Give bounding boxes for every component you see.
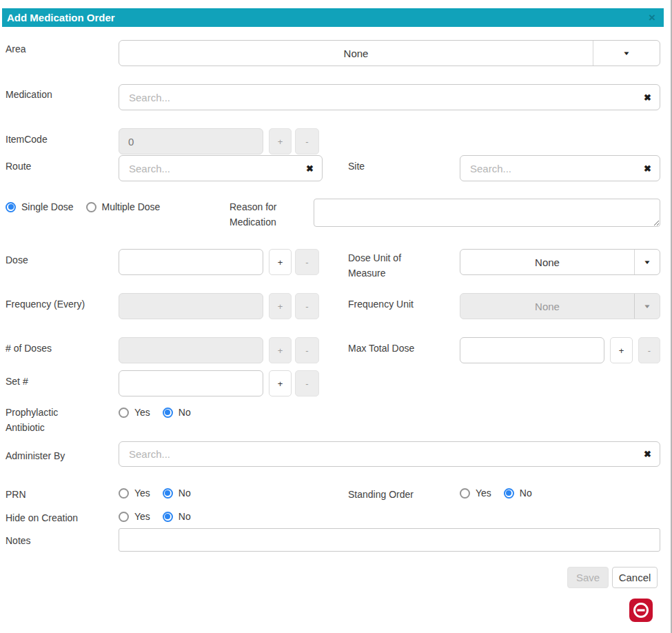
reason-for-medication-label: Reason for Medication xyxy=(230,199,295,230)
prophylactic-yes-label: Yes xyxy=(134,407,150,418)
max-total-dose-label: Max Total Dose xyxy=(348,341,414,356)
route-label: Route xyxy=(6,159,31,174)
num-doses-label: # of Doses xyxy=(6,341,52,356)
cancel-button[interactable]: Cancel xyxy=(612,567,658,588)
prn-yes-label: Yes xyxy=(134,488,150,499)
hide-on-creation-radio-group: Yes No xyxy=(119,510,191,523)
dose-type-radio-group: Single Dose Multiple Dose xyxy=(6,201,160,213)
chevron-down-icon: ▼ xyxy=(643,259,651,265)
radio-unselected-icon xyxy=(119,512,129,522)
num-doses-decrement-button: - xyxy=(295,337,319,363)
area-label: Area xyxy=(6,41,26,57)
close-icon[interactable]: × xyxy=(649,12,664,23)
dose-unit-selected-value: None xyxy=(460,250,634,274)
standing-order-no-radio[interactable]: No xyxy=(504,488,532,499)
itemcode-decrement-button: - xyxy=(295,128,319,154)
dose-input[interactable] xyxy=(119,249,263,275)
dialog-title: Add Medication Order xyxy=(2,12,115,23)
prn-radio-group: Yes No xyxy=(119,487,191,499)
standing-order-radio-group: Yes No xyxy=(460,487,532,499)
radio-selected-icon xyxy=(163,512,173,522)
hide-on-creation-no-radio[interactable]: No xyxy=(163,511,191,522)
frequency-unit-selected-value: None xyxy=(460,294,634,319)
standing-order-yes-label: Yes xyxy=(476,488,491,499)
route-clear-icon[interactable]: ✖ xyxy=(298,163,322,174)
medication-clear-icon[interactable]: ✖ xyxy=(635,92,660,103)
area-caret-button[interactable]: ▼ xyxy=(593,41,660,66)
multiple-dose-radio[interactable]: Multiple Dose xyxy=(86,201,161,212)
prophylactic-antibiotic-label: Prophylactic Antibiotic xyxy=(6,405,74,435)
blocked-minus-icon[interactable] xyxy=(629,599,653,622)
add-medication-order-dialog: Add Medication Order × Area None ▼ Medic… xyxy=(0,0,672,633)
hide-on-creation-no-label: No xyxy=(179,511,191,522)
site-clear-icon[interactable]: ✖ xyxy=(635,163,660,174)
frequency-unit-caret-button: ▼ xyxy=(634,294,660,319)
administer-by-search: ✖ xyxy=(119,441,660,467)
radio-unselected-icon xyxy=(460,488,470,499)
dose-unit-select[interactable]: None ▼ xyxy=(460,249,660,275)
prophylactic-no-radio[interactable]: No xyxy=(163,407,191,418)
save-button[interactable]: Save xyxy=(567,567,609,588)
set-number-increment-button[interactable]: + xyxy=(269,370,292,396)
itemcode-label: ItemCode xyxy=(6,132,48,147)
dose-increment-button[interactable]: + xyxy=(269,249,292,275)
frequency-unit-label: Frequency Unit xyxy=(348,297,414,312)
frequency-decrement-button: - xyxy=(295,293,319,319)
administer-by-search-input[interactable] xyxy=(119,448,635,460)
radio-selected-icon xyxy=(6,202,16,212)
num-doses-input xyxy=(119,337,263,363)
multiple-dose-radio-label: Multiple Dose xyxy=(102,201,161,212)
prn-no-label: No xyxy=(179,488,191,499)
reason-for-medication-textarea[interactable] xyxy=(314,199,660,227)
notes-label: Notes xyxy=(6,533,31,548)
administer-by-clear-icon[interactable]: ✖ xyxy=(635,449,660,459)
prn-no-radio[interactable]: No xyxy=(163,488,191,499)
radio-unselected-icon xyxy=(86,202,96,212)
prn-label: PRN xyxy=(6,487,26,502)
dose-unit-caret-button[interactable]: ▼ xyxy=(634,250,660,274)
radio-unselected-icon xyxy=(119,408,129,418)
medication-search-input[interactable] xyxy=(119,92,635,103)
hide-on-creation-yes-radio[interactable]: Yes xyxy=(119,511,150,522)
itemcode-increment-button: + xyxy=(269,128,292,154)
standing-order-label: Standing Order xyxy=(348,487,414,502)
dialog-header: Add Medication Order × xyxy=(2,8,664,27)
prn-yes-radio[interactable]: Yes xyxy=(119,488,150,499)
max-total-dose-increment-button[interactable]: + xyxy=(610,337,633,363)
prophylactic-antibiotic-radio-group: Yes No xyxy=(119,406,191,419)
route-search-input[interactable] xyxy=(119,163,298,174)
dose-unit-label: Dose Unit of Measure xyxy=(348,250,424,281)
radio-selected-icon xyxy=(163,408,173,418)
standing-order-yes-radio[interactable]: Yes xyxy=(460,488,491,499)
num-doses-increment-button: + xyxy=(269,337,292,363)
max-total-dose-input[interactable] xyxy=(460,337,604,363)
set-number-decrement-button: - xyxy=(295,370,319,396)
dose-label: Dose xyxy=(6,252,28,268)
max-total-dose-decrement-button: - xyxy=(638,337,660,363)
single-dose-radio[interactable]: Single Dose xyxy=(6,201,74,212)
chevron-down-icon: ▼ xyxy=(643,303,651,310)
hide-on-creation-yes-label: Yes xyxy=(134,511,150,522)
route-search: ✖ xyxy=(119,155,323,181)
frequency-unit-select: None ▼ xyxy=(460,293,660,319)
notes-input[interactable] xyxy=(119,528,660,552)
frequency-input xyxy=(119,293,263,319)
radio-selected-icon xyxy=(504,488,514,499)
site-search-input[interactable] xyxy=(460,163,635,174)
set-number-label: Set # xyxy=(6,374,28,389)
hide-on-creation-label: Hide on Creation xyxy=(6,510,78,525)
dose-decrement-button: - xyxy=(295,249,319,275)
chevron-down-icon: ▼ xyxy=(622,50,631,57)
radio-selected-icon xyxy=(163,488,173,499)
set-number-input[interactable] xyxy=(119,370,263,396)
site-search: ✖ xyxy=(460,155,660,181)
frequency-increment-button: + xyxy=(269,293,292,319)
administer-by-label: Administer By xyxy=(6,448,65,463)
itemcode-input xyxy=(119,128,263,154)
standing-order-no-label: No xyxy=(520,488,532,499)
area-select[interactable]: None ▼ xyxy=(119,40,660,66)
radio-unselected-icon xyxy=(119,488,129,499)
prophylactic-yes-radio[interactable]: Yes xyxy=(119,407,150,418)
frequency-label: Frequency (Every) xyxy=(6,297,85,312)
prophylactic-no-label: No xyxy=(179,407,191,418)
